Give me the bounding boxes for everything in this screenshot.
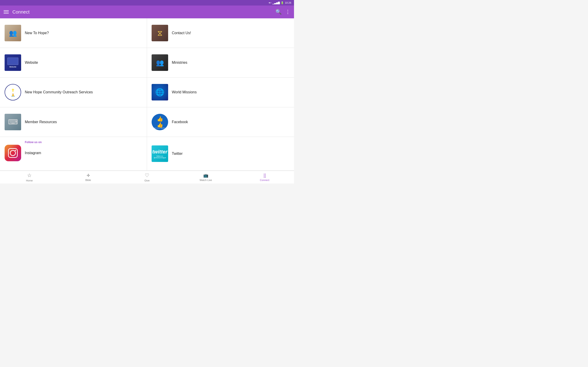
- thumbnail-member-resources: [5, 114, 21, 130]
- status-time: 10:26: [285, 1, 291, 4]
- list-item-instagram[interactable]: Follow us on Instagram: [0, 137, 147, 171]
- website-screen-icon: [7, 58, 18, 65]
- more-options-icon[interactable]: ⋮: [285, 9, 290, 15]
- status-bar: ▾▿ ▁▃▅▇ 🔋 10:26: [0, 0, 294, 6]
- thumbnail-outreach: ✝ 🙏: [5, 84, 21, 100]
- bible-icon: ✛: [86, 173, 90, 178]
- outreach-logo: ✝ 🙏: [11, 88, 15, 97]
- people-icon: 🙏: [11, 93, 15, 97]
- website-text-icon: Website: [9, 66, 17, 68]
- nav-item-home[interactable]: ☆ Home: [0, 171, 59, 184]
- list-item-world-missions[interactable]: World Missions: [147, 77, 294, 107]
- label-world-missions: World Missions: [172, 90, 197, 94]
- instagram-row: Instagram: [5, 145, 142, 161]
- home-icon: ☆: [27, 173, 32, 178]
- app-bar: Connect 🔍 ⋮: [0, 6, 294, 18]
- label-instagram: Instagram: [25, 151, 41, 155]
- menu-button[interactable]: [4, 10, 9, 14]
- nav-label-give: Give: [145, 179, 150, 182]
- connect-icon: ⣿: [263, 173, 266, 178]
- list-item-twitter[interactable]: twitter follow us:@nhchurchofgod Twitter: [147, 137, 294, 171]
- instagram-camera-icon: [8, 148, 18, 158]
- status-icons: ▾▿ ▁▃▅▇ 🔋 10:26: [269, 1, 291, 4]
- label-ministries: Ministries: [172, 60, 187, 65]
- battery-icon: 🔋: [281, 1, 284, 4]
- nav-item-watch-live[interactable]: 📺 Watch Live: [176, 171, 235, 184]
- thumbnail-twitter: twitter follow us:@nhchurchofgod: [152, 145, 168, 162]
- follow-us-label: Follow us on: [5, 141, 42, 144]
- nav-label-bible: Bible: [86, 179, 91, 181]
- thumbnail-world-missions: [152, 84, 168, 100]
- thumbnail-instagram: [5, 145, 21, 161]
- label-outreach: New Hope Community Outreach Services: [25, 90, 93, 94]
- list-item-facebook[interactable]: 👍 Like us on Facebook Facebook: [147, 107, 294, 137]
- label-facebook: Facebook: [172, 120, 188, 124]
- list-item-ministries[interactable]: 👥 Ministries: [147, 48, 294, 77]
- contact-symbol-icon: ⧖: [157, 29, 162, 37]
- nav-label-connect: Connect: [260, 179, 269, 181]
- cross-icon: ✝: [11, 88, 15, 93]
- wifi-icon: ▾▿: [269, 1, 271, 4]
- label-website: Website: [25, 60, 38, 65]
- nav-item-connect[interactable]: ⣿ Connect: [235, 171, 294, 184]
- label-contact-us: Contact Us!: [172, 31, 191, 35]
- list-item-website[interactable]: Website Website: [0, 48, 147, 77]
- list-item-contact-us[interactable]: ⧖ Contact Us!: [147, 18, 294, 48]
- thumbnail-ministries: 👥: [152, 54, 168, 71]
- twitter-logo-icon: twitter: [152, 149, 167, 155]
- thumbnail-new-to-hope: 👥: [5, 25, 21, 41]
- app-title: Connect: [12, 9, 272, 15]
- bottom-navigation: ☆ Home ✛ Bible ♡ Give 📺 Watch Live ⣿ Con…: [0, 171, 294, 184]
- signal-icon: ▁▃▅▇: [272, 1, 280, 4]
- twitter-follow-text: follow us:@nhchurchofgod: [154, 155, 166, 158]
- nav-item-bible[interactable]: ✛ Bible: [59, 171, 118, 184]
- app-bar-actions: 🔍 ⋮: [275, 9, 290, 15]
- thumbnail-contact-us: ⧖: [152, 25, 168, 41]
- nav-item-give[interactable]: ♡ Give: [118, 171, 176, 184]
- content-grid: 👥 New To Hope? ⧖ Contact Us! Website Web…: [0, 18, 294, 171]
- list-item-member-resources[interactable]: Member Resources: [0, 107, 147, 137]
- nav-label-home: Home: [26, 179, 33, 182]
- list-item-outreach[interactable]: ✝ 🙏 New Hope Community Outreach Services: [0, 77, 147, 107]
- thumbnail-facebook: 👍 Like us on Facebook: [152, 114, 168, 130]
- facebook-badge-text: Like us on Facebook: [152, 127, 168, 129]
- search-icon[interactable]: 🔍: [275, 9, 282, 15]
- label-twitter: Twitter: [172, 152, 183, 156]
- label-member-resources: Member Resources: [25, 120, 57, 124]
- list-item-new-to-hope[interactable]: 👥 New To Hope?: [0, 18, 147, 48]
- give-icon: ♡: [145, 173, 149, 178]
- thumbnail-website: Website: [5, 54, 21, 71]
- watch-live-icon: 📺: [203, 173, 208, 178]
- label-new-to-hope: New To Hope?: [25, 31, 49, 35]
- nav-label-watch-live: Watch Live: [199, 179, 212, 181]
